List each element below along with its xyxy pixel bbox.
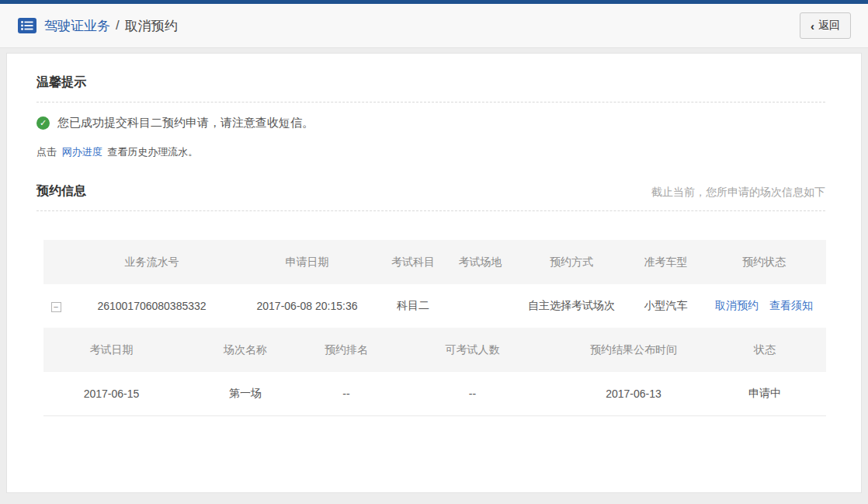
col-apply-date: 申请日期: [235, 240, 379, 284]
col-session-status: 状态: [703, 328, 826, 372]
booking-section-header: 预约信息 截止当前，您所申请的场次信息如下: [36, 183, 825, 200]
chevron-left-icon: ‹: [811, 20, 814, 32]
booking-tables: 业务流水号 申请日期 考试科目 考试场地 预约方式 准考车型 预约状态 −: [43, 240, 825, 416]
col-vehicle: 准考车型: [630, 240, 702, 284]
breadcrumb-separator: /: [116, 18, 120, 33]
booking-divider: [36, 210, 825, 211]
back-button-label: 返回: [818, 19, 840, 33]
success-message: 您已成功提交科目二预约申请，请注意查收短信。: [57, 116, 314, 130]
breadcrumb: 驾驶证业务 / 取消预约: [17, 17, 178, 35]
method-cell: 自主选择考试场次: [513, 284, 630, 328]
session-row: 2017-06-15 第一场 -- -- 2017-06-13 申请中: [43, 372, 826, 415]
progress-hint-prefix: 点击: [36, 146, 57, 158]
content-panel: 温馨提示 ✓ 您已成功提交科目二预约申请，请注意查收短信。 点击 网办进度 查看…: [6, 53, 862, 493]
col-venue: 考试场地: [447, 240, 513, 284]
progress-hint-suffix: 查看历史办理流水。: [107, 146, 198, 158]
breadcrumb-current: 取消预约: [125, 17, 178, 35]
session-name-cell: 第一场: [179, 372, 311, 415]
booking-section: 预约信息 截止当前，您所申请的场次信息如下 业务流水号 申请日期 考试科目 考试…: [36, 183, 825, 416]
breadcrumb-root-link[interactable]: 驾驶证业务: [44, 17, 110, 35]
vehicle-cell: 小型汽车: [630, 284, 702, 328]
progress-hint: 点击 网办进度 查看历史办理流水。: [36, 145, 825, 159]
col-session-name: 场次名称: [179, 328, 311, 372]
expand-column-header: [43, 240, 68, 284]
cancel-booking-link[interactable]: 取消预约: [715, 299, 759, 311]
col-rank: 预约排名: [311, 328, 381, 372]
booking-row: − 261001706080385332 2017-06-08 20:15:36…: [43, 284, 826, 328]
venue-cell: [447, 284, 513, 328]
success-message-row: ✓ 您已成功提交科目二预约申请，请注意查收短信。: [36, 116, 825, 130]
capacity-cell: --: [381, 372, 564, 415]
serial-cell: 261001706080385332: [68, 284, 235, 328]
col-capacity: 可考试人数: [381, 328, 564, 372]
booking-table-header-row: 业务流水号 申请日期 考试科目 考试场地 预约方式 准考车型 预约状态: [43, 240, 826, 284]
tips-section: 温馨提示 ✓ 您已成功提交科目二预约申请，请注意查收短信。 点击 网办进度 查看…: [36, 75, 825, 159]
session-table-header-row: 考试日期 场次名称 预约排名 可考试人数 预约结果公布时间 状态: [43, 328, 826, 372]
view-notice-link[interactable]: 查看须知: [769, 299, 813, 311]
col-method: 预约方式: [513, 240, 630, 284]
apply-date-cell: 2017-06-08 20:15:36: [235, 284, 379, 328]
success-check-icon: ✓: [36, 116, 50, 130]
list-icon: [17, 17, 37, 34]
col-serial: 业务流水号: [68, 240, 235, 284]
progress-link[interactable]: 网办进度: [62, 146, 102, 158]
session-table: 考试日期 场次名称 预约排名 可考试人数 预约结果公布时间 状态 2017-06…: [43, 328, 826, 416]
booking-title: 预约信息: [36, 183, 86, 200]
page-header: 驾驶证业务 / 取消预约 ‹ 返回: [0, 4, 868, 48]
collapse-cell: −: [43, 284, 68, 328]
actions-cell: 取消预约 查看须知: [702, 284, 826, 328]
col-subject: 考试科目: [379, 240, 447, 284]
booking-table: 业务流水号 申请日期 考试科目 考试场地 预约方式 准考车型 预约状态 −: [43, 240, 826, 328]
tips-divider: [36, 102, 825, 103]
rank-cell: --: [311, 372, 381, 415]
col-result-date: 预约结果公布时间: [564, 328, 703, 372]
col-status: 预约状态: [702, 240, 826, 284]
tips-title: 温馨提示: [36, 75, 825, 91]
collapse-row-icon[interactable]: −: [51, 302, 61, 312]
result-date-cell: 2017-06-13: [564, 372, 703, 415]
booking-subtitle: 截止当前，您所申请的场次信息如下: [651, 186, 825, 200]
col-exam-date: 考试日期: [43, 328, 179, 372]
session-status-cell: 申请中: [703, 372, 826, 415]
back-button[interactable]: ‹ 返回: [800, 12, 851, 39]
exam-date-cell: 2017-06-15: [43, 372, 179, 415]
subject-cell: 科目二: [379, 284, 447, 328]
